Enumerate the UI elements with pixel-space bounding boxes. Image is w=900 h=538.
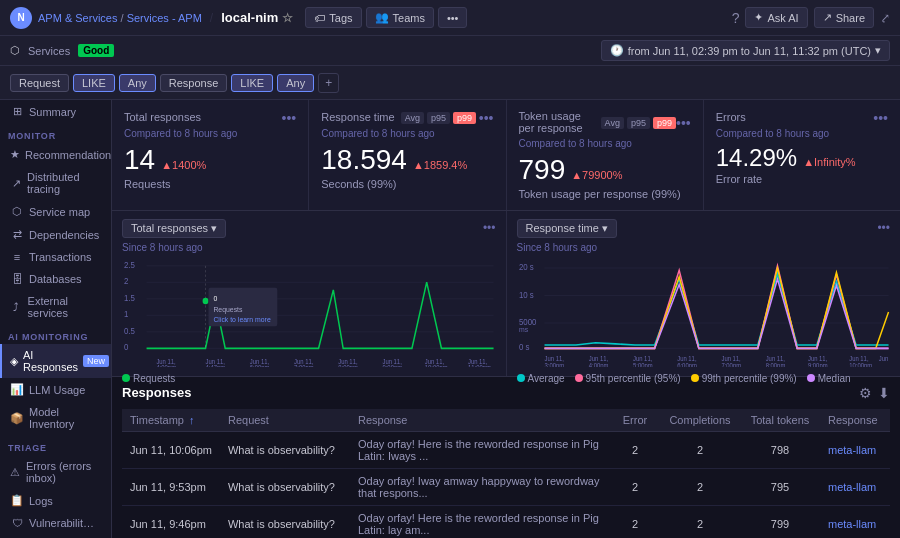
cell-tokens-2: 799 <box>740 505 820 538</box>
chart-subtitle-left: Since 8 hours ago <box>122 242 496 253</box>
token-p99-badge[interactable]: p99 <box>653 117 676 129</box>
table-body: Jun 11, 10:06pm What is observability? O… <box>122 431 890 538</box>
external-link-icon[interactable]: ⤤ <box>880 11 890 25</box>
filter-request-any[interactable]: Any <box>119 74 156 92</box>
sidebar-item-service-map[interactable]: ⬡ Service map <box>0 200 111 223</box>
svg-text:20 s: 20 s <box>518 262 533 273</box>
sidebar-item-logs[interactable]: 📋 Logs <box>0 489 111 512</box>
legend-p99-dot <box>691 374 699 382</box>
sidebar: ⊞ Summary MONITOR ★ Recommendations ↗ Di… <box>0 100 112 538</box>
help-icon[interactable]: ? <box>732 10 740 26</box>
top-bar-left: N APM & Services / Services - APM / loca… <box>10 7 724 29</box>
table-row[interactable]: Jun 11, 9:46pm What is observability? Od… <box>122 505 890 538</box>
more-button[interactable]: ••• <box>438 7 468 28</box>
sidebar-item-dependencies[interactable]: ⇄ Dependencies <box>0 223 111 246</box>
sidebar-item-distributed-tracing[interactable]: ↗ Distributed tracing <box>0 166 111 200</box>
sidebar-item-ai-responses[interactable]: ◈ AI Responses New <box>0 344 111 378</box>
settings-button[interactable]: ⚙ <box>859 385 872 401</box>
cell-resp-1: meta-llam <box>820 468 890 505</box>
token-avg-badge[interactable]: Avg <box>601 117 624 129</box>
time-range-selector[interactable]: 🕐 from Jun 11, 02:39 pm to Jun 11, 11:32… <box>601 40 890 61</box>
metric-more-token[interactable]: ••• <box>676 115 691 131</box>
table-row[interactable]: Jun 11, 10:06pm What is observability? O… <box>122 431 890 468</box>
svg-text:0: 0 <box>213 293 217 302</box>
star-icon[interactable]: ☆ <box>282 11 293 25</box>
filter-response-any[interactable]: Any <box>277 74 314 92</box>
cell-response-2: Oday orfay! Here is the reworded respons… <box>350 505 610 538</box>
sidebar-item-summary[interactable]: ⊞ Summary <box>0 100 111 123</box>
teams-icon: 👥 <box>375 11 389 24</box>
col-header-timestamp[interactable]: Timestamp ↑ <box>122 409 220 432</box>
metric-card-errors: Errors ••• Compared to 8 hours ago 14.29… <box>704 100 900 210</box>
legend-p99: 99th percentile (99%) <box>691 373 797 384</box>
chart-title-total[interactable]: Total responses ▾ <box>122 219 226 238</box>
services-nav-label[interactable]: Services <box>28 45 70 57</box>
sidebar-item-recommendations[interactable]: ★ Recommendations <box>0 143 111 166</box>
sidebar-item-vulnerability[interactable]: 🛡 Vulnerability Manage... <box>0 512 111 534</box>
svg-point-13 <box>203 297 209 304</box>
filter-response-like[interactable]: LIKE <box>231 74 273 92</box>
col-header-tokens[interactable]: Total tokens <box>740 409 820 432</box>
col-header-request[interactable]: Request <box>220 409 350 432</box>
chart-title-response[interactable]: Response time ▾ <box>517 219 617 238</box>
chevron-down-icon: ▾ <box>875 44 881 57</box>
ai-responses-icon: ◈ <box>10 355 18 368</box>
cell-response-1: Oday orfay! Iway amway happyway to rewor… <box>350 468 610 505</box>
col-header-completions[interactable]: Completions <box>660 409 740 432</box>
sidebar-item-diagnose[interactable]: 🔍 Diagnose <box>0 534 111 538</box>
col-header-error[interactable]: Error <box>610 409 660 432</box>
sidebar-item-databases[interactable]: 🗄 Databases <box>0 268 111 290</box>
svg-text:4:00pm: 4:00pm <box>156 364 176 367</box>
tags-button[interactable]: 🏷 Tags <box>305 7 361 28</box>
share-icon: ↗ <box>823 11 832 24</box>
clock-icon: 🕐 <box>610 44 624 57</box>
chart-more-left[interactable]: ••• <box>483 221 496 235</box>
metric-more-total[interactable]: ••• <box>282 110 297 126</box>
metric-subtitle-total: Compared to 8 hours ago <box>124 128 296 139</box>
recommendations-icon: ★ <box>10 148 20 161</box>
chart-response-time: Response time ▾ ••• Since 8 hours ago 20… <box>507 211 901 376</box>
databases-icon: 🗄 <box>10 273 24 285</box>
model-inventory-icon: 📦 <box>10 412 24 425</box>
metric-card-total-responses: Total responses ••• Compared to 8 hours … <box>112 100 308 210</box>
col-header-response[interactable]: Response <box>350 409 610 432</box>
sidebar-item-llm-usage[interactable]: 📊 LLM Usage <box>0 378 111 401</box>
metric-more-response[interactable]: ••• <box>479 110 494 126</box>
download-button[interactable]: ⬇ <box>878 385 890 401</box>
chart-more-right[interactable]: ••• <box>877 221 890 235</box>
svg-text:4:47pm: 4:47pm <box>206 364 226 367</box>
breadcrumb-apm[interactable]: APM & Services <box>38 12 117 24</box>
cell-completions-2: 2 <box>660 505 740 538</box>
responses-table: Timestamp ↑ Request Response Error Compl… <box>122 409 890 538</box>
breadcrumb-services[interactable]: Services - APM <box>127 12 202 24</box>
table-row[interactable]: Jun 11, 9:53pm What is observability? Od… <box>122 468 890 505</box>
svg-text:5:00pm: 5:00pm <box>632 362 652 367</box>
response-time-badges: Avg p95 p99 <box>401 112 476 124</box>
legend-average-dot <box>517 374 525 382</box>
svg-text:2: 2 <box>124 276 129 287</box>
cell-timestamp-0: Jun 11, 10:06pm <box>122 431 220 468</box>
sidebar-item-external-services[interactable]: ⤴ External services <box>0 290 111 324</box>
metric-subtitle-response: Compared to 8 hours ago <box>321 128 493 139</box>
share-button[interactable]: ↗ Share <box>814 7 874 28</box>
token-badges: Avg p95 p99 <box>601 117 676 129</box>
avg-badge[interactable]: Avg <box>401 112 424 124</box>
sidebar-item-transactions[interactable]: ≡ Transactions <box>0 246 111 268</box>
legend-requests-dot <box>122 374 130 382</box>
metric-more-errors[interactable]: ••• <box>873 110 888 126</box>
filter-request-like[interactable]: LIKE <box>73 74 115 92</box>
ask-ai-button[interactable]: ✦ Ask AI <box>745 7 807 28</box>
add-filter-button[interactable]: + <box>318 73 339 93</box>
legend-p95-dot <box>575 374 583 382</box>
sidebar-item-model-inventory[interactable]: 📦 Model Inventory <box>0 401 111 435</box>
col-header-resp[interactable]: Response <box>820 409 890 432</box>
p95-badge[interactable]: p95 <box>427 112 450 124</box>
token-p95-badge[interactable]: p95 <box>627 117 650 129</box>
svg-text:3:00pm: 3:00pm <box>544 362 564 367</box>
sidebar-item-errors[interactable]: ⚠ Errors (errors inbox) <box>0 455 111 489</box>
p99-badge[interactable]: p99 <box>453 112 476 124</box>
metric-card-response-time: Response time Avg p95 p99 ••• Compared t… <box>309 100 505 210</box>
teams-button[interactable]: 👥 Teams <box>366 7 434 28</box>
svg-text:0 s: 0 s <box>518 342 528 353</box>
cell-resp-2: meta-llam <box>820 505 890 538</box>
